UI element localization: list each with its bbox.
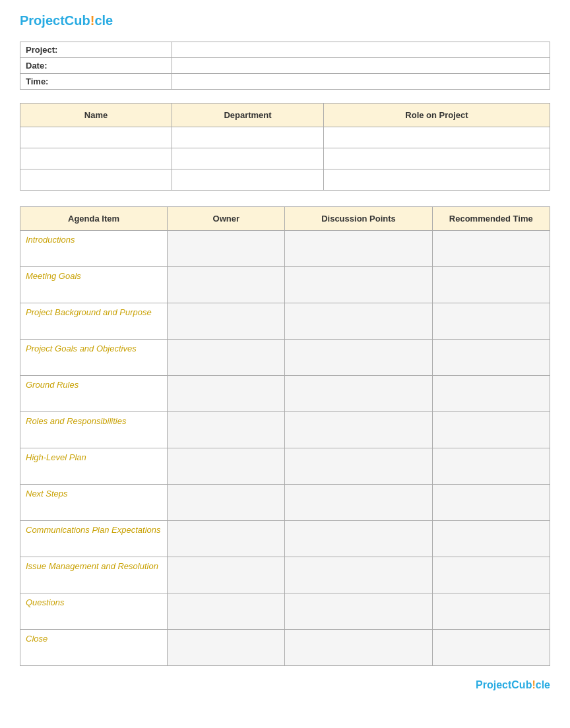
- logo-text-cub: Cub: [65, 13, 90, 28]
- agenda-cell-time[interactable]: [432, 485, 550, 521]
- agenda-cell-time[interactable]: [432, 267, 550, 303]
- footer-text-cle: cle: [536, 679, 550, 690]
- agenda-cell-discussion[interactable]: [285, 448, 432, 485]
- attendee-cell[interactable]: [172, 148, 324, 169]
- agenda-cell-time[interactable]: [432, 521, 550, 557]
- agenda-cell-item: Project Goals and Objectives: [20, 340, 168, 376]
- agenda-cell-item: Questions: [20, 593, 168, 630]
- info-label: Time:: [20, 74, 172, 90]
- attendees-col-header: Department: [172, 104, 324, 127]
- logo-header: ProjectCub!cle: [20, 13, 550, 28]
- agenda-row: Close: [20, 630, 550, 666]
- attendees-table: NameDepartmentRole on Project: [20, 103, 550, 191]
- agenda-cell-owner[interactable]: [168, 593, 285, 630]
- info-value[interactable]: [172, 42, 550, 58]
- agenda-cell-time[interactable]: [432, 376, 550, 412]
- attendee-cell[interactable]: [20, 169, 172, 191]
- agenda-cell-discussion[interactable]: [285, 231, 432, 267]
- agenda-cell-item: Communications Plan Expectations: [20, 521, 168, 557]
- agenda-cell-time[interactable]: [432, 630, 550, 666]
- attendee-cell[interactable]: [20, 127, 172, 148]
- agenda-cell-item: Project Background and Purpose: [20, 303, 168, 340]
- agenda-cell-owner[interactable]: [168, 231, 285, 267]
- agenda-row: Project Goals and Objectives: [20, 340, 550, 376]
- agenda-col-header: Recommended Time: [432, 207, 550, 231]
- agenda-row: Introductions: [20, 231, 550, 267]
- info-value[interactable]: [172, 58, 550, 74]
- agenda-cell-discussion[interactable]: [285, 593, 432, 630]
- agenda-cell-item: Meeting Goals: [20, 267, 168, 303]
- agenda-col-header: Discussion Points: [285, 207, 432, 231]
- agenda-cell-discussion[interactable]: [285, 376, 432, 412]
- attendee-row: [20, 148, 550, 169]
- agenda-cell-owner[interactable]: [168, 485, 285, 521]
- info-row: Time:: [20, 74, 550, 90]
- attendee-cell[interactable]: [324, 169, 550, 191]
- attendee-row: [20, 127, 550, 148]
- agenda-col-header: Owner: [168, 207, 285, 231]
- agenda-cell-owner[interactable]: [168, 448, 285, 485]
- agenda-cell-discussion[interactable]: [285, 521, 432, 557]
- agenda-cell-owner[interactable]: [168, 412, 285, 448]
- info-label: Date:: [20, 58, 172, 74]
- agenda-cell-discussion[interactable]: [285, 630, 432, 666]
- attendees-col-header: Name: [20, 104, 172, 127]
- attendee-cell[interactable]: [172, 127, 324, 148]
- footer-text-project: Project: [476, 679, 511, 690]
- agenda-cell-owner[interactable]: [168, 630, 285, 666]
- agenda-cell-time[interactable]: [432, 448, 550, 485]
- agenda-cell-item: Roles and Responsibilities: [20, 412, 168, 448]
- info-row: Date:: [20, 58, 550, 74]
- agenda-cell-discussion[interactable]: [285, 303, 432, 340]
- agenda-cell-owner[interactable]: [168, 340, 285, 376]
- agenda-cell-owner[interactable]: [168, 267, 285, 303]
- agenda-cell-time[interactable]: [432, 593, 550, 630]
- agenda-cell-time[interactable]: [432, 557, 550, 593]
- agenda-cell-item: Issue Management and Resolution: [20, 557, 168, 593]
- agenda-row: Communications Plan Expectations: [20, 521, 550, 557]
- attendee-cell[interactable]: [324, 127, 550, 148]
- agenda-row: Next Steps: [20, 485, 550, 521]
- agenda-cell-item: Close: [20, 630, 168, 666]
- info-value[interactable]: [172, 74, 550, 90]
- agenda-cell-discussion[interactable]: [285, 267, 432, 303]
- agenda-cell-discussion[interactable]: [285, 557, 432, 593]
- attendee-row: [20, 169, 550, 191]
- agenda-row: Ground Rules: [20, 376, 550, 412]
- agenda-table: Agenda ItemOwnerDiscussion PointsRecomme…: [20, 206, 550, 666]
- agenda-cell-owner[interactable]: [168, 303, 285, 340]
- agenda-row: Questions: [20, 593, 550, 630]
- agenda-cell-discussion[interactable]: [285, 412, 432, 448]
- footer-text-cub: Cub: [511, 679, 532, 690]
- agenda-cell-owner[interactable]: [168, 557, 285, 593]
- logo-footer: ProjectCub!cle: [20, 679, 550, 691]
- agenda-cell-item: Next Steps: [20, 485, 168, 521]
- agenda-row: Roles and Responsibilities: [20, 412, 550, 448]
- logo-text-cle: cle: [94, 13, 113, 28]
- logo-text-project: Project: [20, 13, 65, 28]
- agenda-row: Issue Management and Resolution: [20, 557, 550, 593]
- agenda-row: Meeting Goals: [20, 267, 550, 303]
- agenda-cell-time[interactable]: [432, 340, 550, 376]
- info-row: Project:: [20, 42, 550, 58]
- attendee-cell[interactable]: [324, 148, 550, 169]
- agenda-cell-discussion[interactable]: [285, 340, 432, 376]
- agenda-cell-owner[interactable]: [168, 376, 285, 412]
- agenda-cell-time[interactable]: [432, 231, 550, 267]
- agenda-cell-owner[interactable]: [168, 521, 285, 557]
- agenda-cell-discussion[interactable]: [285, 485, 432, 521]
- info-label: Project:: [20, 42, 172, 58]
- agenda-col-header: Agenda Item: [20, 207, 168, 231]
- agenda-cell-time[interactable]: [432, 412, 550, 448]
- agenda-cell-item: Ground Rules: [20, 376, 168, 412]
- agenda-cell-item: Introductions: [20, 231, 168, 267]
- attendees-col-header: Role on Project: [324, 104, 550, 127]
- info-table: Project:Date:Time:: [20, 42, 550, 90]
- agenda-row: Project Background and Purpose: [20, 303, 550, 340]
- agenda-row: High-Level Plan: [20, 448, 550, 485]
- agenda-cell-item: High-Level Plan: [20, 448, 168, 485]
- attendee-cell[interactable]: [20, 148, 172, 169]
- attendee-cell[interactable]: [172, 169, 324, 191]
- agenda-cell-time[interactable]: [432, 303, 550, 340]
